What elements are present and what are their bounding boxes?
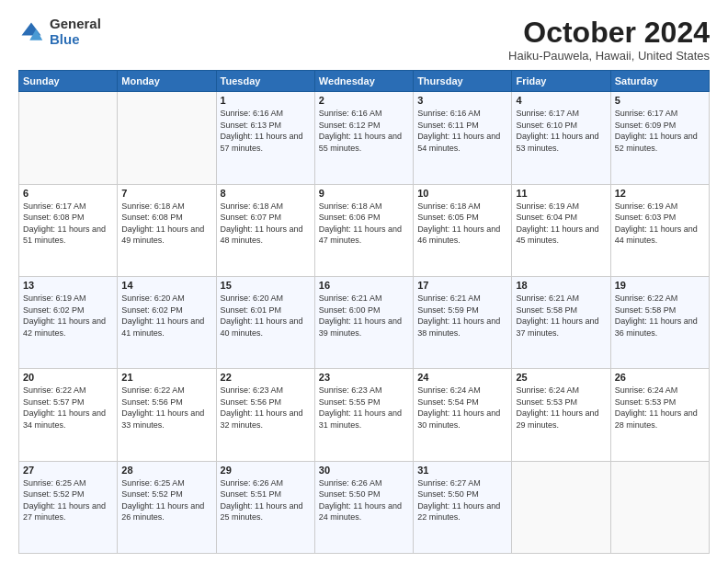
day-info: Sunrise: 6:18 AMSunset: 6:08 PMDaylight:… <box>121 201 204 246</box>
logo-general: General <box>50 17 101 32</box>
day-number: 15 <box>221 280 311 291</box>
day-number: 26 <box>615 372 705 383</box>
location: Haiku-Pauwela, Hawaii, United States <box>508 49 710 63</box>
calendar-day: 1 Sunrise: 6:16 AMSunset: 6:13 PMDayligh… <box>216 92 314 184</box>
weekday-row: SundayMondayTuesdayWednesdayThursdayFrid… <box>19 71 710 92</box>
day-number: 19 <box>615 280 705 291</box>
day-info: Sunrise: 6:16 AMSunset: 6:11 PMDaylight:… <box>417 109 500 153</box>
calendar-week: 6 Sunrise: 6:17 AMSunset: 6:08 PMDayligh… <box>19 184 710 276</box>
day-info: Sunrise: 6:17 AMSunset: 6:10 PMDaylight:… <box>516 109 598 153</box>
weekday-header: Friday <box>512 71 610 92</box>
title-block: October 2024 Haiku-Pauwela, Hawaii, Unit… <box>508 17 710 63</box>
calendar-day: 18 Sunrise: 6:21 AMSunset: 5:58 PMDaylig… <box>512 276 610 368</box>
calendar-body: 1 Sunrise: 6:16 AMSunset: 6:13 PMDayligh… <box>19 92 710 554</box>
logo-icon <box>18 19 44 45</box>
day-number: 22 <box>221 372 311 383</box>
calendar: SundayMondayTuesdayWednesdayThursdayFrid… <box>18 70 710 554</box>
day-number: 6 <box>23 188 113 199</box>
calendar-day: 21 Sunrise: 6:22 AMSunset: 5:56 PMDaylig… <box>118 369 216 461</box>
day-number: 11 <box>516 188 606 199</box>
logo-text: General Blue <box>50 17 101 47</box>
calendar-day: 14 Sunrise: 6:20 AMSunset: 6:02 PMDaylig… <box>118 276 216 368</box>
day-number: 31 <box>417 465 507 476</box>
calendar-day: 22 Sunrise: 6:23 AMSunset: 5:56 PMDaylig… <box>216 369 314 461</box>
calendar-day: 5 Sunrise: 6:17 AMSunset: 6:09 PMDayligh… <box>610 92 709 184</box>
day-info: Sunrise: 6:26 AMSunset: 5:51 PMDaylight:… <box>221 478 303 523</box>
day-info: Sunrise: 6:21 AMSunset: 6:00 PMDaylight:… <box>319 293 402 338</box>
weekday-header: Saturday <box>610 71 709 92</box>
day-info: Sunrise: 6:22 AMSunset: 5:58 PMDaylight:… <box>615 293 698 338</box>
calendar-day: 29 Sunrise: 6:26 AMSunset: 5:51 PMDaylig… <box>216 461 314 553</box>
day-info: Sunrise: 6:19 AMSunset: 6:04 PMDaylight:… <box>516 201 598 246</box>
month-title: October 2024 <box>508 17 710 49</box>
weekday-header: Sunday <box>19 71 118 92</box>
day-number: 23 <box>319 372 409 383</box>
day-number: 28 <box>121 465 211 476</box>
calendar-day: 24 Sunrise: 6:24 AMSunset: 5:54 PMDaylig… <box>414 369 512 461</box>
day-info: Sunrise: 6:20 AMSunset: 6:02 PMDaylight:… <box>121 293 204 338</box>
calendar-day: 3 Sunrise: 6:16 AMSunset: 6:11 PMDayligh… <box>414 92 512 184</box>
calendar-day: 8 Sunrise: 6:18 AMSunset: 6:07 PMDayligh… <box>216 184 314 276</box>
calendar-day <box>19 92 118 184</box>
logo-blue: Blue <box>50 32 101 48</box>
calendar-day: 26 Sunrise: 6:24 AMSunset: 5:53 PMDaylig… <box>610 369 709 461</box>
day-number: 16 <box>319 280 409 291</box>
calendar-day: 13 Sunrise: 6:19 AMSunset: 6:02 PMDaylig… <box>19 276 118 368</box>
calendar-week: 27 Sunrise: 6:25 AMSunset: 5:52 PMDaylig… <box>19 461 710 553</box>
day-info: Sunrise: 6:24 AMSunset: 5:53 PMDaylight:… <box>615 385 698 430</box>
day-number: 25 <box>516 372 606 383</box>
day-info: Sunrise: 6:20 AMSunset: 6:01 PMDaylight:… <box>221 293 303 338</box>
calendar-week: 1 Sunrise: 6:16 AMSunset: 6:13 PMDayligh… <box>19 92 710 184</box>
weekday-header: Thursday <box>414 71 512 92</box>
day-info: Sunrise: 6:17 AMSunset: 6:09 PMDaylight:… <box>615 109 698 153</box>
calendar-day: 20 Sunrise: 6:22 AMSunset: 5:57 PMDaylig… <box>19 369 118 461</box>
calendar-week: 13 Sunrise: 6:19 AMSunset: 6:02 PMDaylig… <box>19 276 710 368</box>
day-info: Sunrise: 6:23 AMSunset: 5:55 PMDaylight:… <box>319 385 402 430</box>
weekday-header: Wednesday <box>314 71 413 92</box>
day-info: Sunrise: 6:23 AMSunset: 5:56 PMDaylight:… <box>221 385 303 430</box>
calendar-day: 31 Sunrise: 6:27 AMSunset: 5:50 PMDaylig… <box>414 461 512 553</box>
day-number: 14 <box>121 280 211 291</box>
day-number: 17 <box>417 280 507 291</box>
weekday-header: Tuesday <box>216 71 314 92</box>
day-number: 9 <box>319 188 409 199</box>
logo: General Blue <box>18 17 101 47</box>
day-info: Sunrise: 6:24 AMSunset: 5:54 PMDaylight:… <box>417 385 500 430</box>
day-number: 5 <box>615 95 705 106</box>
calendar-day: 2 Sunrise: 6:16 AMSunset: 6:12 PMDayligh… <box>314 92 413 184</box>
calendar-day: 25 Sunrise: 6:24 AMSunset: 5:53 PMDaylig… <box>512 369 610 461</box>
calendar-day: 17 Sunrise: 6:21 AMSunset: 5:59 PMDaylig… <box>414 276 512 368</box>
calendar-day: 19 Sunrise: 6:22 AMSunset: 5:58 PMDaylig… <box>610 276 709 368</box>
calendar-header: SundayMondayTuesdayWednesdayThursdayFrid… <box>19 71 710 92</box>
day-info: Sunrise: 6:25 AMSunset: 5:52 PMDaylight:… <box>121 478 204 523</box>
day-number: 20 <box>23 372 113 383</box>
day-number: 30 <box>319 465 409 476</box>
day-number: 7 <box>121 188 211 199</box>
day-info: Sunrise: 6:16 AMSunset: 6:13 PMDaylight:… <box>221 109 303 153</box>
calendar-day: 15 Sunrise: 6:20 AMSunset: 6:01 PMDaylig… <box>216 276 314 368</box>
day-info: Sunrise: 6:17 AMSunset: 6:08 PMDaylight:… <box>23 201 106 246</box>
day-info: Sunrise: 6:21 AMSunset: 5:59 PMDaylight:… <box>417 293 500 338</box>
calendar-day: 30 Sunrise: 6:26 AMSunset: 5:50 PMDaylig… <box>314 461 413 553</box>
page: General Blue October 2024 Haiku-Pauwela,… <box>0 0 728 563</box>
day-info: Sunrise: 6:19 AMSunset: 6:02 PMDaylight:… <box>23 293 106 338</box>
calendar-day <box>118 92 216 184</box>
calendar-day <box>512 461 610 553</box>
day-number: 3 <box>417 95 507 106</box>
day-info: Sunrise: 6:27 AMSunset: 5:50 PMDaylight:… <box>417 478 500 523</box>
day-info: Sunrise: 6:19 AMSunset: 6:03 PMDaylight:… <box>615 201 698 246</box>
day-number: 29 <box>221 465 311 476</box>
day-number: 8 <box>221 188 311 199</box>
day-info: Sunrise: 6:18 AMSunset: 6:06 PMDaylight:… <box>319 201 402 246</box>
calendar-week: 20 Sunrise: 6:22 AMSunset: 5:57 PMDaylig… <box>19 369 710 461</box>
day-number: 2 <box>319 95 409 106</box>
day-number: 18 <box>516 280 606 291</box>
day-number: 4 <box>516 95 606 106</box>
weekday-header: Monday <box>118 71 216 92</box>
day-info: Sunrise: 6:21 AMSunset: 5:58 PMDaylight:… <box>516 293 598 338</box>
calendar-day: 9 Sunrise: 6:18 AMSunset: 6:06 PMDayligh… <box>314 184 413 276</box>
day-number: 21 <box>121 372 211 383</box>
calendar-day: 27 Sunrise: 6:25 AMSunset: 5:52 PMDaylig… <box>19 461 118 553</box>
calendar-day: 11 Sunrise: 6:19 AMSunset: 6:04 PMDaylig… <box>512 184 610 276</box>
header: General Blue October 2024 Haiku-Pauwela,… <box>18 17 710 63</box>
